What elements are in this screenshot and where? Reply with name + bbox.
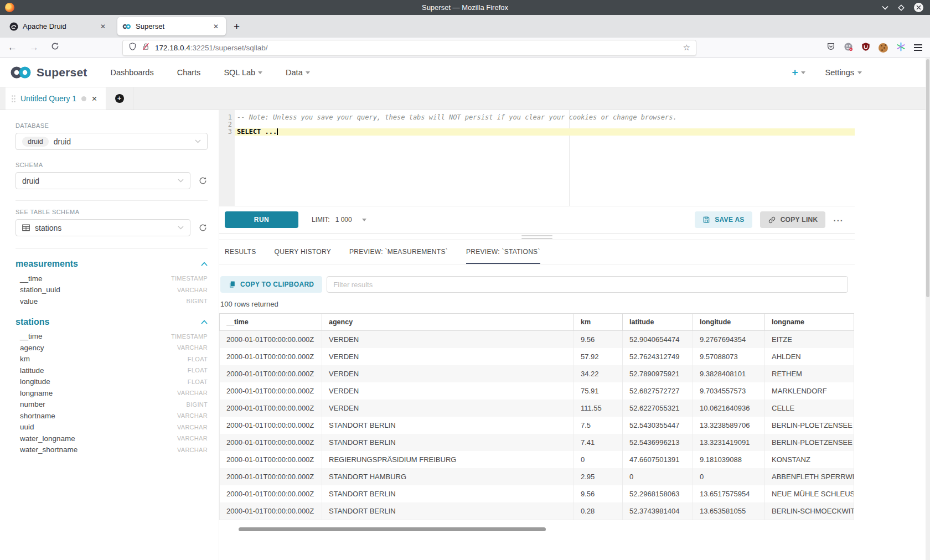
mask-extension-icon[interactable] xyxy=(844,42,853,54)
table-cell: 0 xyxy=(693,468,765,485)
chevron-up-icon[interactable] xyxy=(201,320,208,324)
copy-link-button[interactable]: COPY LINK xyxy=(760,211,826,228)
chevron-down-icon xyxy=(801,71,805,74)
table-cell: MARKLENDORF xyxy=(765,382,854,400)
table-cell: BERLIN-PLOETZENSEE OP xyxy=(765,434,854,451)
divider xyxy=(16,200,208,201)
page-scrollbar[interactable] xyxy=(926,58,930,560)
pocket-extension-icon[interactable] xyxy=(826,42,835,53)
shield-icon[interactable] xyxy=(128,42,137,53)
forward-icon[interactable]: → xyxy=(29,42,39,53)
copy-to-clipboard-button[interactable]: COPY TO CLIPBOARD xyxy=(220,276,322,293)
schema-select[interactable]: druid xyxy=(16,172,190,189)
results-tab-preview-stations[interactable]: PREVIEW: `STATIONS` xyxy=(466,248,540,264)
superset-navbar: Superset DashboardsChartsSQL LabData + S… xyxy=(0,58,930,87)
column-header-agency[interactable]: agency xyxy=(322,314,574,331)
code-line-1[interactable]: -- Note: Unless you save your query, the… xyxy=(235,114,855,121)
table-cell: 9.7034557573 xyxy=(693,382,765,400)
nav-link-dashboards[interactable]: Dashboards xyxy=(110,68,153,77)
filter-results-input[interactable] xyxy=(327,276,848,293)
snowflake-extension-icon[interactable] xyxy=(896,42,906,54)
sql-editor[interactable]: 123 -- Note: Unless you save your query,… xyxy=(219,110,855,206)
panel-splitter[interactable] xyxy=(219,234,855,240)
reload-icon[interactable] xyxy=(51,42,59,53)
table-row: 2000-01-01T00:00:00.000ZSTANDORT BERLIN7… xyxy=(220,434,854,451)
nav-link-sql-lab[interactable]: SQL Lab xyxy=(224,68,262,77)
column-header-latitude[interactable]: latitude xyxy=(623,314,693,331)
settings-menu[interactable]: Settings xyxy=(825,68,862,77)
save-as-button[interactable]: SAVE AS xyxy=(695,211,752,228)
page-scrollbar-thumb[interactable] xyxy=(926,59,929,297)
browser-tab-close-icon[interactable]: ✕ xyxy=(211,22,221,32)
window-maximize-icon[interactable] xyxy=(898,4,905,11)
table-row: 2000-01-01T00:00:00.000ZREGIERUNGSPRÄSID… xyxy=(220,451,854,468)
column-header-longitude[interactable]: longitude xyxy=(693,314,765,331)
ublock-extension-icon[interactable] xyxy=(861,42,870,54)
url-text[interactable]: 172.18.0.4:32251/superset/sqllab/ xyxy=(155,44,678,52)
results-tab-preview-measurements[interactable]: PREVIEW: `MEASUREMENTS` xyxy=(349,248,448,264)
horizontal-scrollbar-thumb[interactable] xyxy=(239,527,546,531)
lock-insecure-icon[interactable] xyxy=(142,42,150,53)
table-cell: 2000-01-01T00:00:00.000Z xyxy=(220,434,322,451)
cookie-extension-icon[interactable] xyxy=(879,43,888,53)
column-name: longitude xyxy=(20,377,188,386)
column-header-km[interactable]: km xyxy=(574,314,623,331)
window-minimize-icon[interactable] xyxy=(882,6,888,10)
superset-logo[interactable]: Superset xyxy=(9,65,87,80)
sqllab-right-panel: 123 -- Note: Unless you save your query,… xyxy=(219,110,855,560)
new-tab-button[interactable]: + xyxy=(234,20,240,33)
schema-table-header-measurements[interactable]: measurements xyxy=(16,259,208,269)
results-tab-results[interactable]: RESULTS xyxy=(225,248,256,264)
column-row: agencyVARCHAR xyxy=(16,342,208,354)
column-name: number xyxy=(20,400,187,408)
column-type: VARCHAR xyxy=(177,424,208,431)
chevron-up-icon[interactable] xyxy=(201,262,208,266)
drag-handle-icon[interactable] xyxy=(12,95,16,102)
query-tab-close-icon[interactable]: ✕ xyxy=(91,95,97,103)
results-tab-query-history[interactable]: QUERY HISTORY xyxy=(275,248,331,264)
rows-returned-text: 100 rows returned xyxy=(220,300,855,308)
schema-table-header-stations[interactable]: stations xyxy=(16,317,208,327)
column-header-time[interactable]: __time xyxy=(220,314,322,331)
table-cell: 13.6517575954 xyxy=(693,485,765,502)
table-cell: 34.22 xyxy=(574,365,623,382)
url-field[interactable]: 172.18.0.4:32251/superset/sqllab/ ☆ xyxy=(122,40,696,56)
nav-link-data[interactable]: Data xyxy=(286,68,310,77)
new-item-button[interactable]: + xyxy=(792,66,805,79)
query-tab-active[interactable]: Untitled Query 1 ✕ xyxy=(6,87,106,110)
code-line-3[interactable]: SELECT ... xyxy=(235,128,855,136)
window-close-icon[interactable] xyxy=(914,3,923,12)
horizontal-scrollbar[interactable] xyxy=(219,527,855,531)
more-options-button[interactable]: ... xyxy=(833,214,844,223)
refresh-schema-icon[interactable] xyxy=(198,176,208,185)
menu-icon[interactable] xyxy=(914,44,922,51)
add-query-tab-button[interactable]: + xyxy=(106,87,133,110)
back-icon[interactable]: ← xyxy=(8,42,17,53)
table-cell: EITZE xyxy=(765,331,854,349)
superset-favicon xyxy=(122,22,131,31)
database-select[interactable]: druid druid xyxy=(16,133,208,150)
table-select[interactable]: stations xyxy=(16,219,190,236)
table-cell: RETHEM xyxy=(765,365,854,382)
table-cell: 52.3743981404 xyxy=(623,502,693,520)
code-line-2[interactable] xyxy=(235,121,855,128)
table-row: 2000-01-01T00:00:00.000ZVERDEN9.5652.904… xyxy=(220,331,854,349)
editor-code-area[interactable]: -- Note: Unless you save your query, the… xyxy=(235,110,855,206)
limit-dropdown[interactable]: LIMIT: 1 000 xyxy=(312,216,366,224)
column-type: VARCHAR xyxy=(177,435,208,442)
browser-tab-close-icon[interactable]: ✕ xyxy=(98,22,108,32)
browser-tabstrip: Apache Druid ✕ Superset ✕ + xyxy=(0,15,930,38)
column-row: kmFLOAT xyxy=(16,354,208,365)
browser-tab-superset[interactable]: Superset ✕ xyxy=(117,17,226,35)
table-cell: 0 xyxy=(574,451,623,468)
browser-tab-apache-druid[interactable]: Apache Druid ✕ xyxy=(4,17,113,35)
column-type: BIGINT xyxy=(187,298,208,304)
refresh-tables-icon[interactable] xyxy=(198,223,208,232)
column-row: longitudeFLOAT xyxy=(16,376,208,388)
column-header-longname[interactable]: longname xyxy=(765,314,854,331)
nav-link-charts[interactable]: Charts xyxy=(177,68,201,77)
bookmark-star-icon[interactable]: ☆ xyxy=(683,43,690,53)
splitter-drag-handle-icon[interactable] xyxy=(521,235,552,241)
run-button[interactable]: RUN xyxy=(225,211,298,228)
column-type: VARCHAR xyxy=(177,412,208,419)
